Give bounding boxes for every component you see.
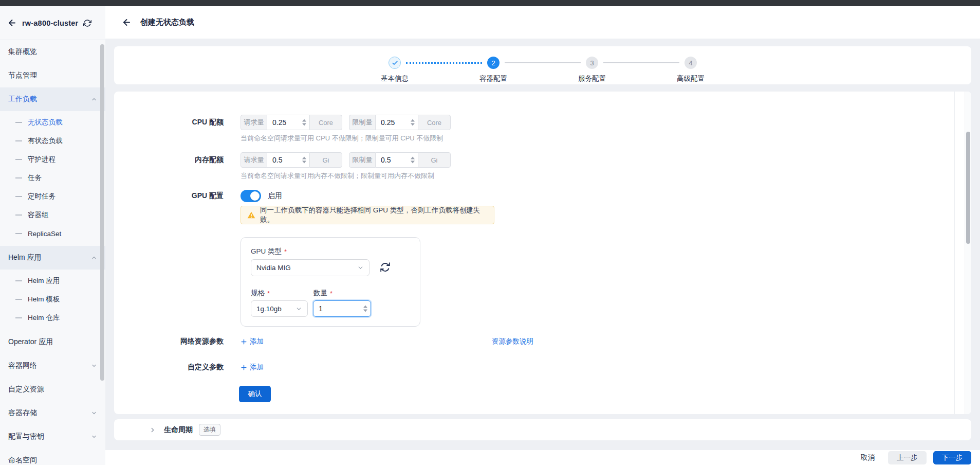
cpu-request-group: 请求量 Core bbox=[241, 115, 342, 130]
cpu-quota-label: CPU 配额 bbox=[114, 118, 224, 127]
add-custom-param-link[interactable]: 添加 bbox=[241, 363, 264, 372]
sidebar-item-operator-app[interactable]: Operator 应用 bbox=[0, 330, 105, 354]
sidebar-item-helm-template[interactable]: Helm 模板 bbox=[0, 290, 105, 309]
sidebar-item-cronjob[interactable]: 定时任务 bbox=[0, 187, 105, 206]
sidebar-item-stateful-workload[interactable]: 有状态负载 bbox=[0, 132, 105, 150]
number-spinner[interactable] bbox=[302, 119, 306, 126]
sidebar-item-label: 守护进程 bbox=[28, 155, 56, 164]
sidebar-item-helm-app[interactable]: Helm 应用 bbox=[0, 272, 105, 290]
number-spinner[interactable] bbox=[411, 157, 415, 164]
chevron-up-icon bbox=[91, 96, 97, 102]
spinner-up-icon[interactable] bbox=[363, 306, 367, 308]
dash-icon bbox=[15, 177, 22, 178]
memory-request-input-wrap bbox=[267, 152, 309, 168]
sidebar-item-job[interactable]: 任务 bbox=[0, 169, 105, 187]
spinner-down-icon[interactable] bbox=[411, 161, 415, 164]
number-spinner[interactable] bbox=[411, 119, 415, 126]
content-scrollbar[interactable] bbox=[966, 132, 970, 244]
number-spinner[interactable] bbox=[302, 157, 306, 164]
gpu-warning-banner: 同一工作负载下的容器只能选择相同 GPU 类型，否则工作负载将创建失败。 bbox=[241, 206, 494, 224]
step-number: 4 bbox=[685, 57, 697, 69]
spinner-down-icon[interactable] bbox=[302, 161, 306, 164]
cancel-button[interactable]: 取消 bbox=[861, 453, 875, 462]
number-spinner[interactable] bbox=[363, 306, 367, 312]
cpu-quota-hint: 当前命名空间请求量可用 CPU 不做限制；限制量可用 CPU 不做限制 bbox=[241, 134, 443, 143]
page-title: 创建无状态负载 bbox=[140, 17, 194, 27]
sidebar-item-label: Operator 应用 bbox=[8, 337, 53, 347]
step-2-container-config[interactable]: 2 容器配置 bbox=[487, 57, 500, 83]
gpu-config-row: GPU 配置 启用 bbox=[114, 190, 282, 202]
sidebar-item-label: 容器组 bbox=[28, 210, 49, 220]
step-3-service-config[interactable]: 3 服务配置 bbox=[586, 57, 598, 83]
sidebar-group-container-network[interactable]: 容器网络 bbox=[0, 354, 105, 378]
lifecycle-title: 生命周期 bbox=[164, 425, 193, 435]
sidebar-item-helm-repo[interactable]: Helm 仓库 bbox=[0, 309, 105, 327]
spinner-down-icon[interactable] bbox=[302, 123, 306, 126]
add-network-param-text: 添加 bbox=[250, 337, 264, 346]
step-1-basic-info[interactable]: 基本信息 bbox=[389, 57, 401, 83]
back-icon[interactable] bbox=[7, 18, 17, 28]
sidebar-item-cluster-overview[interactable]: 集群概览 bbox=[0, 40, 105, 64]
chevron-down-icon bbox=[91, 434, 97, 440]
sidebar-item-stateless-workload[interactable]: 无状态负载 bbox=[0, 113, 105, 132]
gpu-count-input[interactable] bbox=[313, 301, 371, 316]
dash-icon bbox=[15, 280, 22, 281]
chevron-down-icon bbox=[91, 410, 97, 416]
sidebar-group-helm[interactable]: Helm 应用 bbox=[0, 246, 105, 270]
sidebar-item-replicaset[interactable]: ReplicaSet bbox=[0, 224, 105, 243]
gpu-toggle-label: 启用 bbox=[268, 191, 282, 201]
confirm-button[interactable]: 确认 bbox=[239, 386, 271, 402]
cpu-limit-input-wrap bbox=[376, 115, 418, 130]
sidebar-item-node-management[interactable]: 节点管理 bbox=[0, 64, 105, 87]
warning-icon bbox=[247, 211, 255, 219]
sidebar-group-workloads[interactable]: 工作负载 bbox=[0, 87, 105, 111]
spinner-up-icon[interactable] bbox=[302, 119, 306, 122]
refresh-cluster-icon[interactable] bbox=[83, 19, 91, 27]
sidebar-item-label: 节点管理 bbox=[8, 71, 37, 80]
spinner-up-icon[interactable] bbox=[411, 157, 415, 159]
sidebar-item-daemonset[interactable]: 守护进程 bbox=[0, 150, 105, 169]
sidebar-item-namespaces[interactable]: 命名空间 bbox=[0, 449, 105, 465]
gpu-type-refresh-icon[interactable] bbox=[380, 262, 391, 273]
step-done-check-icon bbox=[389, 57, 401, 69]
step-connector bbox=[603, 62, 679, 63]
sidebar-item-custom-resources[interactable]: 自定义资源 bbox=[0, 378, 105, 401]
spinner-down-icon[interactable] bbox=[411, 123, 415, 126]
gpu-warning-text: 同一工作负载下的容器只能选择相同 GPU 类型，否则工作负载将创建失败。 bbox=[260, 206, 488, 224]
gpu-spec-label-row: 规格* bbox=[251, 289, 270, 298]
sidebar-item-pods[interactable]: 容器组 bbox=[0, 206, 105, 224]
gpu-type-label-row: GPU 类型* bbox=[251, 247, 287, 256]
gpu-count-label: 数量 bbox=[313, 289, 327, 298]
sidebar-item-label: Helm 模板 bbox=[28, 295, 60, 304]
gpu-spec-select[interactable]: 1g.10gb bbox=[251, 300, 308, 317]
step-connector bbox=[505, 62, 581, 63]
workloads-submenu: 无状态负载 有状态负载 守护进程 任务 定时任务 容器组 ReplicaSet bbox=[0, 111, 105, 246]
step-number: 2 bbox=[487, 57, 500, 69]
sidebar-item-label: 无状态负载 bbox=[28, 118, 63, 127]
memory-unit-addon: Gi bbox=[309, 152, 342, 168]
sidebar-item-label: Helm 应用 bbox=[28, 276, 60, 285]
required-asterisk: * bbox=[284, 248, 287, 255]
resource-param-doc-link[interactable]: 资源参数说明 bbox=[492, 337, 533, 346]
spinner-down-icon[interactable] bbox=[363, 310, 367, 312]
spinner-up-icon[interactable] bbox=[302, 157, 306, 159]
add-network-param-link[interactable]: 添加 bbox=[241, 337, 264, 346]
dash-icon bbox=[15, 122, 22, 123]
gpu-toggle[interactable] bbox=[241, 190, 261, 202]
step-4-advanced-config[interactable]: 4 高级配置 bbox=[685, 57, 697, 83]
lifecycle-section[interactable]: 生命周期 选填 bbox=[114, 419, 971, 440]
page-back-icon[interactable] bbox=[122, 17, 132, 27]
sidebar-group-config-secrets[interactable]: 配置与密钥 bbox=[0, 425, 105, 449]
sidebar-header: rw-a800-cluster bbox=[0, 6, 105, 40]
optional-badge: 选填 bbox=[199, 424, 220, 436]
sidebar-item-label: 自定义资源 bbox=[8, 385, 44, 394]
sidebar-group-container-storage[interactable]: 容器存储 bbox=[0, 401, 105, 425]
spinner-up-icon[interactable] bbox=[411, 119, 415, 122]
prev-step-button[interactable]: 上一步 bbox=[888, 451, 927, 464]
sidebar-scrollbar[interactable] bbox=[100, 44, 104, 381]
next-step-button[interactable]: 下一步 bbox=[933, 451, 972, 464]
sidebar-item-label: 有状态负载 bbox=[28, 136, 63, 146]
memory-quota-hint: 当前命名空间请求量可用内存不做限制；限制量可用内存不做限制 bbox=[241, 171, 434, 181]
stepper: 基本信息 2 容器配置 3 服务配置 4 高级配置 bbox=[114, 46, 971, 84]
gpu-type-select[interactable]: Nvidia MIG bbox=[251, 259, 369, 276]
